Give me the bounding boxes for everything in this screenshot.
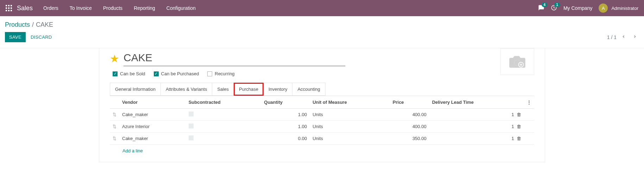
- table-row[interactable]: ⇅ Cake_maker 1.00 Units 400.00 1 🗑: [110, 109, 534, 121]
- image-upload[interactable]: [500, 48, 534, 75]
- checkbox-icon: [113, 71, 118, 76]
- cell-uom[interactable]: Units: [310, 121, 390, 133]
- nav-orders[interactable]: Orders: [43, 5, 58, 11]
- recurring-label: Recurring: [215, 71, 234, 76]
- delete-row-icon[interactable]: 🗑: [517, 112, 521, 117]
- messages-badge: 4: [542, 2, 547, 7]
- cell-qty[interactable]: 1.00: [261, 109, 310, 121]
- cell-lead[interactable]: 1: [512, 112, 514, 117]
- can-be-purchased-label: Can be Purchased: [161, 71, 199, 76]
- svg-rect-3: [6, 7, 7, 9]
- discard-button[interactable]: DISCARD: [31, 34, 52, 40]
- svg-rect-5: [11, 7, 12, 9]
- tab-bar: General Information Attributes & Variant…: [110, 83, 534, 96]
- can-be-sold-label: Can be Sold: [120, 71, 145, 76]
- nav-products[interactable]: Products: [103, 5, 122, 11]
- th-price[interactable]: Price: [390, 96, 429, 109]
- subcontracted-checkbox[interactable]: [189, 112, 194, 116]
- vendor-table: Vendor Subcontracted Quantity Unit of Me…: [110, 96, 534, 145]
- svg-rect-8: [11, 10, 12, 11]
- table-row[interactable]: ⇅ Cake_maker 0.00 Units 350.00 1 🗑: [110, 133, 534, 145]
- activity-icon[interactable]: 1: [551, 5, 557, 12]
- can-be-sold-checkbox[interactable]: Can be Sold: [113, 71, 145, 76]
- cell-vendor[interactable]: Azure Interior: [119, 121, 186, 133]
- product-name-input[interactable]: [124, 51, 345, 66]
- nav-configuration[interactable]: Configuration: [166, 5, 196, 11]
- svg-rect-7: [8, 10, 10, 11]
- cell-price[interactable]: 400.00: [390, 121, 429, 133]
- avatar: A: [599, 4, 608, 13]
- tab-sales[interactable]: Sales: [212, 83, 234, 96]
- breadcrumb-separator: /: [32, 21, 34, 28]
- svg-rect-2: [11, 5, 12, 6]
- tab-inventory[interactable]: Inventory: [263, 83, 292, 96]
- checkbox-icon: [207, 71, 212, 76]
- delete-row-icon[interactable]: 🗑: [517, 124, 521, 129]
- apps-icon[interactable]: [6, 5, 12, 11]
- tab-accounting[interactable]: Accounting: [292, 83, 325, 96]
- form-sheet: ★ Can be Sold Can be Purchased Recurring…: [99, 48, 545, 162]
- action-toolbar: SAVE DISCARD 1 / 1: [0, 31, 644, 48]
- pager-next[interactable]: [631, 34, 639, 40]
- cell-uom[interactable]: Units: [310, 109, 390, 121]
- save-button[interactable]: SAVE: [5, 32, 26, 42]
- checkbox-icon: [154, 71, 159, 76]
- th-quantity[interactable]: Quantity: [261, 96, 310, 109]
- th-subcontracted[interactable]: Subcontracted: [186, 96, 261, 109]
- cell-lead[interactable]: 1: [512, 136, 514, 141]
- subcontracted-checkbox[interactable]: [189, 135, 194, 140]
- cell-lead[interactable]: 1: [512, 124, 514, 129]
- user-menu[interactable]: A Administrator: [599, 4, 638, 13]
- breadcrumb: Products / CAKE: [0, 16, 644, 31]
- app-brand[interactable]: Sales: [17, 5, 33, 12]
- pager-prev[interactable]: [619, 34, 628, 40]
- th-vendor[interactable]: Vendor: [119, 96, 186, 109]
- nav-reporting[interactable]: Reporting: [134, 5, 155, 11]
- cell-price[interactable]: 350.00: [390, 133, 429, 145]
- activity-badge: 1: [554, 2, 560, 7]
- cell-uom[interactable]: Units: [310, 133, 390, 145]
- pager-text: 1 / 1: [607, 34, 617, 40]
- cell-vendor[interactable]: Cake_maker: [119, 133, 186, 145]
- tab-purchase[interactable]: Purchase: [234, 83, 264, 96]
- delete-row-icon[interactable]: 🗑: [517, 136, 521, 141]
- drag-handle-icon[interactable]: ⇅: [113, 112, 116, 117]
- svg-rect-1: [8, 5, 10, 6]
- table-row[interactable]: ⇅ Azure Interior 1.00 Units 400.00 1 🗑: [110, 121, 534, 133]
- tab-attributes-variants[interactable]: Attributes & Variants: [160, 83, 213, 96]
- cell-qty[interactable]: 1.00: [261, 121, 310, 133]
- add-line-link[interactable]: Add a line: [110, 145, 534, 155]
- messages-icon[interactable]: 4: [538, 5, 544, 12]
- breadcrumb-parent[interactable]: Products: [5, 21, 30, 28]
- column-options-icon[interactable]: ⋮: [524, 96, 534, 109]
- company-selector[interactable]: My Company: [563, 5, 592, 11]
- favorite-star-icon[interactable]: ★: [110, 52, 119, 65]
- can-be-purchased-checkbox[interactable]: Can be Purchased: [154, 71, 199, 76]
- recurring-checkbox[interactable]: Recurring: [207, 71, 234, 76]
- breadcrumb-current: CAKE: [36, 21, 53, 28]
- cell-qty[interactable]: 0.00: [261, 133, 310, 145]
- cell-price[interactable]: 400.00: [390, 109, 429, 121]
- svg-rect-4: [8, 7, 10, 9]
- cell-vendor[interactable]: Cake_maker: [119, 109, 186, 121]
- drag-handle-icon[interactable]: ⇅: [113, 136, 116, 141]
- th-lead[interactable]: Delivery Lead Time: [429, 96, 524, 109]
- drag-handle-icon[interactable]: ⇅: [113, 124, 116, 129]
- user-name: Administrator: [611, 6, 638, 11]
- top-navbar: Sales Orders To Invoice Products Reporti…: [0, 0, 644, 16]
- subcontracted-checkbox[interactable]: [189, 124, 194, 128]
- nav-to-invoice[interactable]: To Invoice: [70, 5, 92, 11]
- th-uom[interactable]: Unit of Measure: [310, 96, 390, 109]
- tab-general-information[interactable]: General Information: [110, 83, 161, 96]
- svg-rect-6: [6, 10, 7, 11]
- svg-rect-0: [6, 5, 7, 6]
